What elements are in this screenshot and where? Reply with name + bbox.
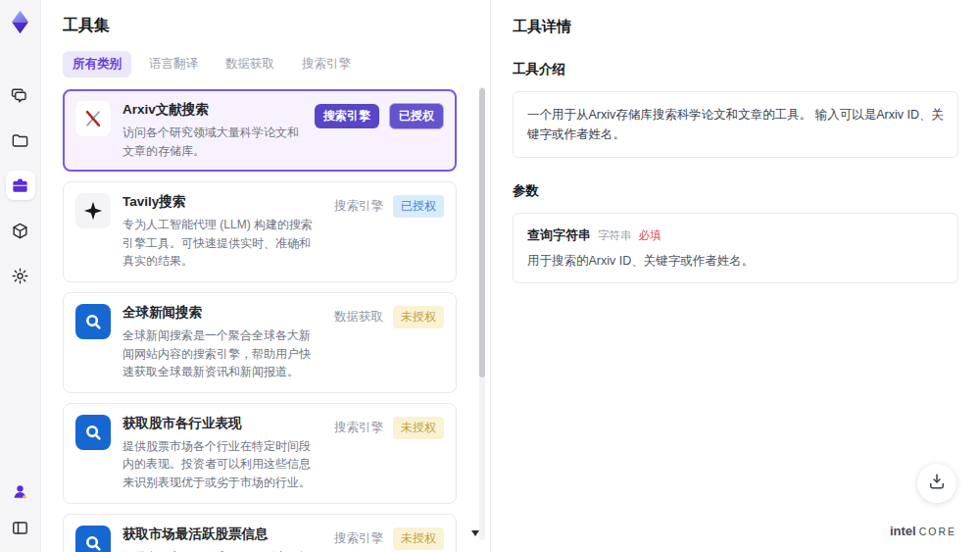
parameter-required-badge: 必填 <box>639 228 662 243</box>
parameter-name: 查询字符串 <box>527 226 591 244</box>
scrollbar-track[interactable] <box>479 86 485 540</box>
tab-language-translation[interactable]: 语言翻译 <box>139 51 208 77</box>
tool-name: 全球新闻搜索 <box>122 304 320 322</box>
chat-icon[interactable] <box>6 80 35 110</box>
intel-core-logo: intel core <box>890 524 956 538</box>
tool-category-badge: 搜索引擎 <box>334 420 383 436</box>
sidebar-bottom <box>8 478 33 540</box>
tool-auth-badge: 已授权 <box>389 103 444 129</box>
parameter-description: 用于搜索的Arxiv ID、关键字或作者姓名。 <box>527 253 944 270</box>
sparkle-icon <box>75 193 111 228</box>
download-button[interactable] <box>917 464 956 503</box>
tab-search-engine[interactable]: 搜索引擎 <box>292 51 361 77</box>
tool-list: Arxiv文献搜索 访问各个研究领域大量科学论文和文章的存储库。 搜索引擎 已授… <box>63 89 468 552</box>
tool-description: 提供当天交易量最高的股票列表。投资者可以利用这些信息来识别流动性强的股票和潜在的… <box>122 548 320 552</box>
app-window: 工具集 所有类别 语言翻译 数据获取 搜索引擎 Arxiv文献搜索 访问各个研究… <box>0 0 980 552</box>
tool-auth-badge: 已授权 <box>393 195 444 218</box>
tool-name: Arxiv文献搜索 <box>122 101 301 119</box>
download-icon <box>927 472 947 495</box>
parameter-item: 查询字符串 字符串 必填 用于搜索的Arxiv ID、关键字或作者姓名。 <box>513 213 958 283</box>
intro-heading: 工具介绍 <box>513 61 958 78</box>
tool-collection-panel: 工具集 所有类别 语言翻译 数据获取 搜索引擎 Arxiv文献搜索 访问各个研究… <box>41 0 490 552</box>
page-title: 工具集 <box>63 16 468 36</box>
tab-all-categories[interactable]: 所有类别 <box>63 51 131 77</box>
panel-toggle-icon[interactable] <box>8 515 33 540</box>
tool-card[interactable]: Tavily搜索 专为人工智能代理 (LLM) 构建的搜索引擎工具。可快速提供实… <box>63 181 457 282</box>
settings-icon[interactable] <box>6 261 35 290</box>
tab-data-acquisition[interactable]: 数据获取 <box>216 51 284 77</box>
news-search-icon <box>75 415 111 450</box>
params-heading: 参数 <box>513 182 958 200</box>
scroll-down-indicator[interactable] <box>471 530 479 536</box>
tool-card[interactable]: 获取市场最活跃股票信息 提供当天交易量最高的股票列表。投资者可以利用这些信息来识… <box>63 514 457 552</box>
app-logo[interactable] <box>7 9 33 35</box>
briefcase-icon[interactable] <box>6 171 35 200</box>
tool-card[interactable]: Arxiv文献搜索 访问各个研究领域大量科学论文和文章的存储库。 搜索引擎 已授… <box>63 89 457 172</box>
tool-name: 获取股市各行业表现 <box>122 415 320 432</box>
parameter-header: 查询字符串 字符串 必填 <box>527 226 944 244</box>
tool-details-panel: 工具详情 工具介绍 一个用于从Arxiv存储库搜索科学论文和文章的工具。 输入可… <box>490 0 980 552</box>
sidebar-nav <box>6 80 35 290</box>
tool-description: 访问各个研究领域大量科学论文和文章的存储库。 <box>122 124 301 160</box>
tool-category-badge: 数据获取 <box>334 309 383 326</box>
folder-icon[interactable] <box>6 125 35 155</box>
tool-description: 专为人工智能代理 (LLM) 构建的搜索引擎工具。可快速提供实时、准确和真实的结… <box>122 216 320 271</box>
tool-description: 全球新闻搜索是一个聚合全球各大新闻网站内容的搜索引擎，帮助用户快速获取全球最新资… <box>122 326 320 381</box>
tool-category-badge: 搜索引擎 <box>334 530 383 547</box>
core-logo-text: core <box>919 526 956 537</box>
tool-category-badge: 搜索引擎 <box>334 198 383 215</box>
news-search-icon <box>75 304 111 339</box>
tool-card[interactable]: 获取股市各行业表现 提供股票市场各个行业在特定时间段内的表现。投资者可以利用这些… <box>63 403 457 504</box>
cube-icon[interactable] <box>6 216 35 245</box>
tool-card[interactable]: 全球新闻搜索 全球新闻搜索是一个聚合全球各大新闻网站内容的搜索引擎，帮助用户快速… <box>63 292 457 393</box>
tool-auth-badge: 未授权 <box>393 417 444 439</box>
tool-name: Tavily搜索 <box>122 193 320 211</box>
scrollbar-thumb[interactable] <box>479 88 485 377</box>
tool-category-badge: 搜索引擎 <box>315 104 379 128</box>
user-icon[interactable] <box>8 478 33 504</box>
tool-auth-badge: 未授权 <box>393 527 444 550</box>
sidebar <box>0 0 41 552</box>
tool-intro-text: 一个用于从Arxiv存储库搜索科学论文和文章的工具。 输入可以是Arxiv ID… <box>513 91 958 158</box>
tool-name: 获取市场最活跃股票信息 <box>122 526 320 543</box>
arxiv-icon <box>75 101 111 136</box>
tool-auth-badge: 未授权 <box>393 306 444 328</box>
parameter-type: 字符串 <box>598 228 632 243</box>
intel-logo-text: intel <box>890 524 916 538</box>
details-title: 工具详情 <box>513 18 958 36</box>
news-search-icon <box>75 526 111 552</box>
tool-description: 提供股票市场各个行业在特定时间段内的表现。投资者可以利用这些信息来识别表现优于或… <box>122 437 320 492</box>
category-tabs: 所有类别 语言翻译 数据获取 搜索引擎 <box>63 51 468 77</box>
